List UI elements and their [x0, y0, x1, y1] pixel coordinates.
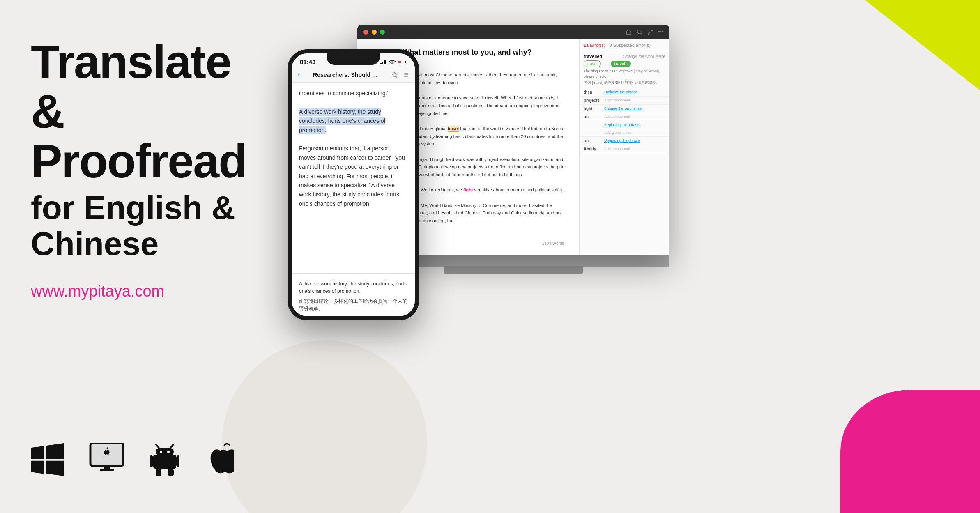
phone-content: incentives to continue specializing." A … — [292, 83, 415, 214]
proof-action-fight: Change the verb tense — [604, 106, 642, 110]
svg-line-40 — [648, 32, 650, 34]
svg-point-8 — [160, 451, 162, 453]
svg-rect-10 — [150, 455, 153, 467]
proof-word-then: then — [584, 90, 602, 94]
titlebar-toolbar-icons: ••• — [626, 29, 663, 35]
phone-notch — [327, 53, 380, 65]
translated-chinese: 研究得出结论：多样化的工作经历会损害一个人的晋升机会。 — [299, 297, 407, 313]
bg-pink-shape — [840, 390, 980, 513]
proof-action-on-1: Add component — [604, 115, 630, 119]
proof-description-cn: 名词 [travel] 的单复数可能有误，请考虑修改。 — [584, 80, 665, 85]
proof-word-on-4: on — [584, 138, 602, 143]
desktop-base — [444, 266, 583, 274]
phone-scroll-area[interactable]: incentives to continue specializing." A … — [292, 83, 415, 226]
minimize-button[interactable] — [372, 30, 377, 35]
svg-rect-14 — [380, 63, 382, 64]
phone-paragraph1: incentives to continue specializing." — [299, 89, 407, 98]
phone-nav-bar: ‹ Researchers: Should Y... — [292, 67, 415, 83]
proof-item-on-1[interactable]: on Add component — [580, 113, 669, 121]
svg-rect-15 — [382, 62, 383, 64]
proof-action-on-4: Upgrading the phrase — [604, 138, 640, 143]
svg-rect-1 — [92, 444, 122, 465]
proof-item-on-4[interactable]: on Upgrading the phrase — [580, 137, 669, 145]
svg-point-9 — [167, 451, 170, 453]
proof-word-on-1: on — [584, 115, 602, 119]
fight-word: fight — [463, 187, 473, 192]
proof-suggestion-row: travel → travels — [584, 60, 665, 67]
proof-word-ability: Ability — [584, 147, 602, 151]
proof-panel: 11 Error(s) 0 Suspected error(s) travell… — [579, 39, 669, 255]
android-icon — [150, 443, 179, 476]
highlight-travel: travel — [448, 126, 459, 132]
svg-rect-16 — [384, 60, 385, 64]
phone-time: 01:43 — [300, 58, 315, 65]
proof-action-projects: Add component — [604, 98, 630, 102]
proof-item-projects[interactable]: projects Add component — [580, 97, 669, 105]
proof-item-travelled[interactable]: travelled Change the word tense travel →… — [580, 51, 669, 88]
svg-rect-2 — [104, 466, 110, 469]
mac-icon — [88, 443, 125, 476]
phone-screen: 01:43 — [292, 53, 415, 316]
proof-action-ability: Add component — [604, 147, 630, 151]
proof-header: 11 Error(s) 0 Suspected error(s) — [580, 39, 669, 51]
proof-item-fight[interactable]: fight Change the verb tense — [580, 105, 669, 113]
phone-nav-title: Researchers: Should Y... — [313, 71, 379, 78]
svg-rect-21 — [398, 61, 401, 63]
phone-paragraph2: Ferguson mentions that, if a person move… — [299, 144, 407, 208]
svg-rect-3 — [100, 469, 114, 471]
proof-action-then: Optimize the phrase — [604, 90, 637, 94]
maximize-button[interactable] — [380, 30, 385, 35]
windows-icon — [31, 443, 64, 476]
close-button[interactable] — [363, 30, 368, 35]
translated-english: A diverse work history, the study conclu… — [299, 280, 407, 295]
svg-rect-12 — [156, 469, 161, 476]
proof-word-projects: projects — [584, 98, 602, 103]
bg-yellow-triangle — [865, 0, 980, 90]
website-url[interactable]: www.mypitaya.com — [31, 283, 255, 300]
svg-rect-17 — [385, 60, 386, 64]
apple-ios-icon — [204, 443, 234, 476]
error-count: 11 Error(s) — [584, 43, 605, 48]
desktop-titlebar: ••• — [357, 25, 669, 39]
platform-icons — [31, 443, 234, 476]
proof-item-on-3[interactable]: Add global issue — [580, 129, 669, 137]
proof-item-ability[interactable]: Ability Add component — [580, 145, 669, 153]
proof-action-travelled: Change the word tense — [623, 54, 665, 59]
svg-line-6 — [156, 444, 159, 448]
proof-action-on-2: Replacing the phrase — [604, 123, 639, 127]
svg-line-39 — [651, 30, 653, 32]
left-panel: Translate & Proofread for English & Chin… — [0, 0, 279, 513]
svg-marker-22 — [392, 72, 397, 77]
svg-rect-13 — [168, 469, 174, 476]
suggested-word-chip[interactable]: travels — [611, 61, 630, 67]
svg-line-7 — [170, 444, 173, 448]
proof-description-en: The singular or plural of [travel] may b… — [584, 69, 665, 79]
proof-item-then[interactable]: then Optimize the phrase — [580, 88, 669, 97]
svg-rect-4 — [153, 455, 176, 469]
hero-subtitle: for English & Chinese — [31, 190, 255, 262]
svg-rect-20 — [405, 61, 406, 63]
suspected-count: 0 Suspected error(s) — [610, 43, 651, 48]
phone-status-icons — [380, 60, 407, 64]
svg-rect-5 — [156, 448, 174, 455]
phone-translated-content: A diverse work history, the study conclu… — [292, 276, 415, 316]
proof-word-travelled: travelled — [584, 54, 602, 59]
proof-action-on-3: Add global issue — [604, 131, 631, 135]
svg-line-38 — [641, 33, 642, 35]
proof-item-on-2[interactable]: Replacing the phrase — [580, 121, 669, 129]
hero-title: Translate & Proofread — [31, 37, 255, 186]
phone-highlighted-text: A diverse work history, the study conclu… — [299, 107, 407, 135]
svg-point-18 — [392, 63, 393, 64]
proof-word-fight: fight — [584, 106, 602, 111]
svg-point-37 — [637, 30, 641, 34]
original-word-chip: travel — [584, 60, 601, 67]
svg-rect-11 — [176, 455, 179, 467]
phone-mockup: 01:43 — [288, 49, 419, 320]
